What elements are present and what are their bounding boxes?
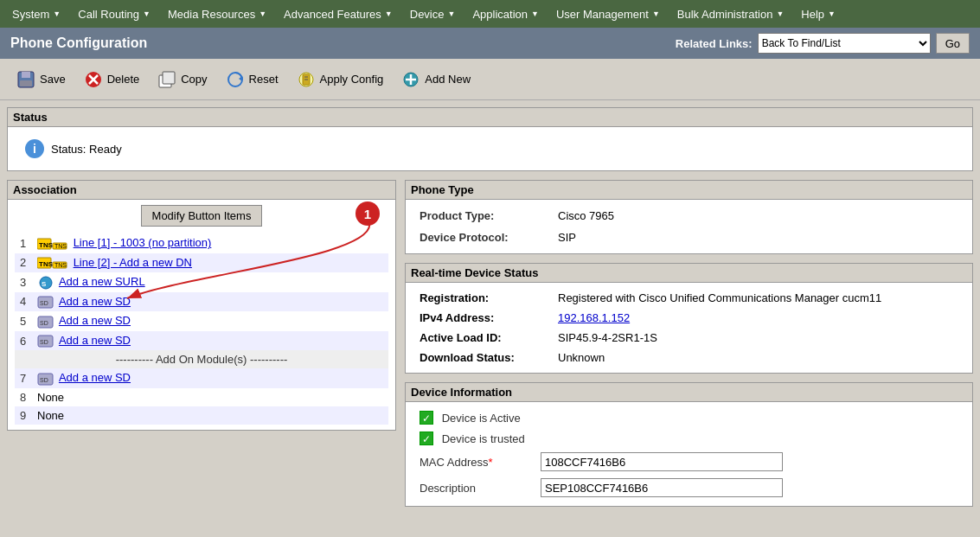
active-load-label: Active Load ID: xyxy=(413,328,551,348)
sd-icon: SD xyxy=(37,334,54,348)
row-number: 9 xyxy=(15,406,32,425)
trusted-label: Device is trusted xyxy=(442,432,525,445)
device-info-section: Device Information ✓ Device is Active ✓ xyxy=(405,382,973,507)
go-button[interactable]: Go xyxy=(936,33,970,54)
svg-text:TNS: TNS xyxy=(39,241,54,249)
mac-input[interactable] xyxy=(541,452,783,471)
device-protocol-value: SIP xyxy=(551,227,965,248)
none-value: None xyxy=(32,388,388,406)
table-row: 1 TNS TNS Line [1] - 1003 (no partition) xyxy=(15,233,388,253)
active-label: Device is Active xyxy=(442,412,521,425)
trusted-checkbox[interactable]: ✓ xyxy=(420,432,433,445)
table-row: 4 SD Add a new SD xyxy=(15,292,388,312)
nav-application[interactable]: Application ▼ xyxy=(464,0,548,28)
none-value: None xyxy=(32,406,388,425)
device-info-table: ✓ Device is Active ✓ Device is trusted xyxy=(413,407,965,501)
table-row: 9 None xyxy=(15,406,388,425)
save-button[interactable]: Save xyxy=(9,66,73,93)
modify-button-area: Modify Button Items 1 xyxy=(15,205,388,227)
related-links-select[interactable]: Back To Find/List xyxy=(758,33,931,54)
svg-rect-2 xyxy=(20,80,32,86)
association-title: Association xyxy=(8,181,395,200)
required-star: * xyxy=(488,456,492,469)
reset-button[interactable]: Reset xyxy=(218,66,285,93)
chevron-down-icon: ▼ xyxy=(259,10,266,18)
active-checkbox[interactable]: ✓ xyxy=(420,411,433,425)
main-content: Status i Status: Ready Association Modif… xyxy=(0,100,980,537)
assoc-link[interactable]: Add a new SD xyxy=(59,371,131,384)
status-section: Status i Status: Ready xyxy=(7,107,973,171)
separator-row: ---------- Add On Module(s) ---------- xyxy=(15,350,388,368)
nav-user-management[interactable]: User Management ▼ xyxy=(548,0,669,28)
ipv4-link[interactable]: 192.168.1.152 xyxy=(558,311,630,324)
table-row: 6 SD Add a new SD xyxy=(15,331,388,351)
chevron-down-icon: ▼ xyxy=(531,10,539,18)
chevron-down-icon: ▼ xyxy=(448,10,456,18)
phone-type-section: Phone Type Product Type: Cisco 7965 Devi… xyxy=(405,180,973,254)
realtime-status-title: Real-time Device Status xyxy=(406,264,972,283)
active-load-value: SIP45.9-4-2SR1-1S xyxy=(551,328,965,348)
row-number: 6 xyxy=(15,331,32,351)
modify-button-items-button[interactable]: Modify Button Items xyxy=(141,205,263,227)
nav-media-resources[interactable]: Media Resources ▼ xyxy=(159,0,275,28)
table-row: ✓ Device is trusted xyxy=(413,428,965,449)
ipv4-label: IPv4 Address: xyxy=(413,308,551,328)
table-row: 3 S Add a new SURL xyxy=(15,272,388,292)
nav-bulk-administration[interactable]: Bulk Administration ▼ xyxy=(669,0,792,28)
svg-text:TNS: TNS xyxy=(54,262,67,268)
svg-text:TNS: TNS xyxy=(39,260,54,268)
assoc-link[interactable]: Add a new SD xyxy=(59,314,131,327)
related-links-label: Related Links: xyxy=(676,37,753,50)
assoc-link[interactable]: Add a new SD xyxy=(59,334,131,347)
description-input[interactable] xyxy=(541,478,783,497)
sd-icon: SD xyxy=(37,372,54,386)
table-row: Download Status: Unknown xyxy=(413,348,965,368)
nav-call-routing[interactable]: Call Routing ▼ xyxy=(69,0,159,28)
table-row: Active Load ID: SIP45.9-4-2SR1-1S xyxy=(413,328,965,348)
download-value: Unknown xyxy=(551,348,965,368)
related-links-area: Related Links: Back To Find/List Go xyxy=(676,33,970,54)
svg-text:SD: SD xyxy=(40,377,48,383)
assoc-link[interactable]: Add a new SD xyxy=(59,295,131,308)
download-label: Download Status: xyxy=(413,348,551,368)
reset-icon xyxy=(225,69,246,90)
header-bar: Phone Configuration Related Links: Back … xyxy=(0,28,980,59)
delete-icon xyxy=(83,69,104,90)
chevron-down-icon: ▼ xyxy=(828,10,836,18)
phone-type-table: Product Type: Cisco 7965 Device Protocol… xyxy=(413,205,965,248)
nav-help[interactable]: Help ▼ xyxy=(792,0,844,28)
add-new-button[interactable]: Add New xyxy=(394,66,477,93)
assoc-link[interactable]: Line [2] - Add a new DN xyxy=(74,256,192,269)
chevron-down-icon: ▼ xyxy=(385,10,393,18)
nav-device[interactable]: Device ▼ xyxy=(401,0,464,28)
nav-system[interactable]: System ▼ xyxy=(3,0,69,28)
assoc-link[interactable]: Add a new SURL xyxy=(59,275,145,288)
chevron-down-icon: ▼ xyxy=(53,10,61,18)
status-content: i Status: Ready xyxy=(15,132,965,165)
svg-text:SD: SD xyxy=(40,320,48,326)
device-protocol-label: Device Protocol: xyxy=(413,227,551,248)
copy-icon xyxy=(157,69,177,90)
right-column: Phone Type Product Type: Cisco 7965 Devi… xyxy=(405,180,973,515)
apply-config-icon xyxy=(296,69,317,90)
status-title: Status xyxy=(8,108,972,127)
line-icon: TNS TNS xyxy=(37,237,68,251)
registration-label: Registration: xyxy=(413,288,551,308)
realtime-status-section: Real-time Device Status Registration: Re… xyxy=(405,263,973,374)
table-row: ✓ Device is Active xyxy=(413,407,965,428)
table-row: Description xyxy=(413,475,965,501)
row-number: 1 xyxy=(15,233,32,253)
assoc-link[interactable]: Line [1] - 1003 (no partition) xyxy=(74,236,212,249)
top-nav: System ▼ Call Routing ▼ Media Resources … xyxy=(0,0,980,28)
delete-button[interactable]: Delete xyxy=(76,66,147,93)
chevron-down-icon: ▼ xyxy=(143,10,151,18)
table-row: IPv4 Address: 192.168.1.152 xyxy=(413,308,965,328)
device-info-title: Device Information xyxy=(406,383,972,402)
nav-advanced-features[interactable]: Advanced Features ▼ xyxy=(275,0,401,28)
chevron-down-icon: ▼ xyxy=(652,10,660,18)
copy-button[interactable]: Copy xyxy=(150,66,214,93)
table-row: 8 None xyxy=(15,388,388,406)
phone-type-title: Phone Type xyxy=(406,181,972,200)
apply-config-button[interactable]: Apply Config xyxy=(289,66,391,93)
association-section: Association Modify Button Items 1 xyxy=(7,180,396,431)
